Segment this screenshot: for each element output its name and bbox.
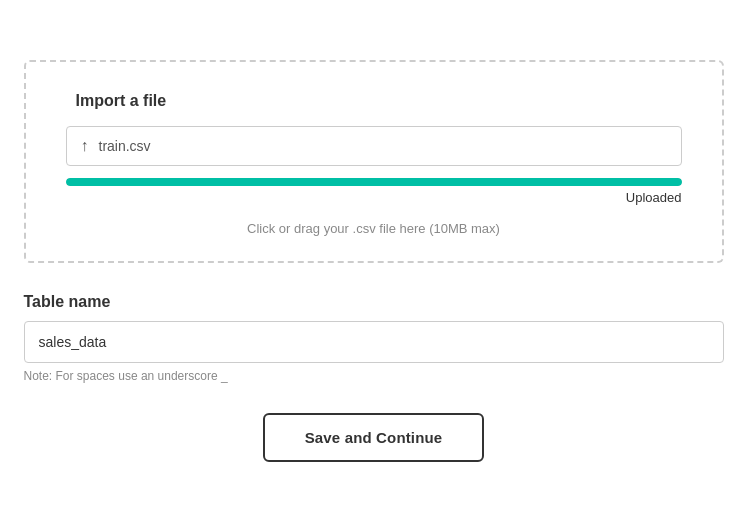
drag-hint: Click or drag your .csv file here (10MB … <box>66 221 682 236</box>
file-name-text: train.csv <box>99 138 151 154</box>
import-title: Import a file <box>76 92 682 110</box>
table-name-section: Table name Note: For spaces use an under… <box>24 293 724 383</box>
drop-zone[interactable]: Import a file ↑ train.csv Uploaded Click… <box>24 60 724 263</box>
table-name-note: Note: For spaces use an underscore _ <box>24 369 724 383</box>
progress-bar-bg <box>66 178 682 186</box>
uploaded-label: Uploaded <box>66 190 682 205</box>
progress-bar-fill <box>66 178 682 186</box>
file-input-box[interactable]: ↑ train.csv <box>66 126 682 166</box>
save-continue-button[interactable]: Save and Continue <box>263 413 485 462</box>
progress-container: Uploaded <box>66 178 682 205</box>
button-container: Save and Continue <box>24 413 724 462</box>
table-name-input[interactable] <box>24 321 724 363</box>
upload-icon: ↑ <box>81 137 89 155</box>
table-name-label: Table name <box>24 293 724 311</box>
page-container: Import a file ↑ train.csv Uploaded Click… <box>24 40 724 482</box>
